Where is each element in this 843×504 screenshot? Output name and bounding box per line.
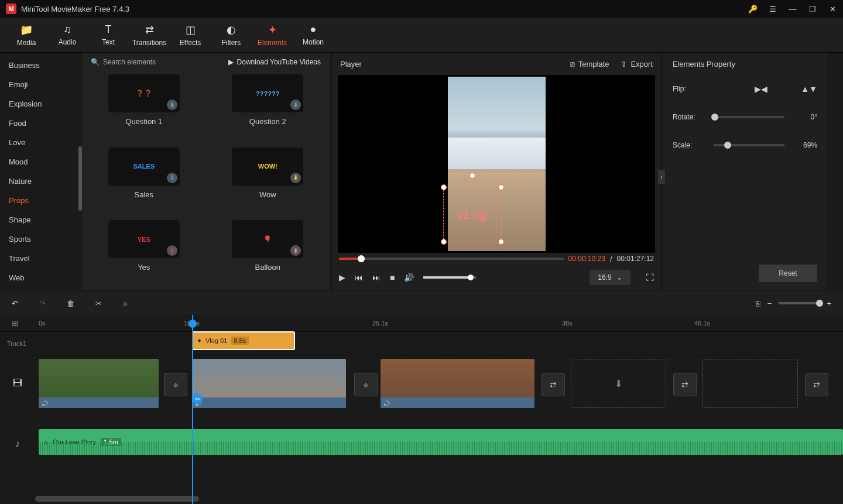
element-balloon[interactable]: 🎈⬇Balloon (218, 220, 318, 287)
crop-button[interactable]: ⟐ (123, 299, 128, 308)
cat-nature[interactable]: Nature (0, 172, 82, 191)
tab-media[interactable]: 📁Media (6, 18, 47, 53)
element-selection[interactable]: vLog (443, 187, 502, 242)
download-icon[interactable]: ⬇ (167, 173, 177, 183)
zoom-slider[interactable] (779, 302, 820, 304)
prev-button[interactable]: ⏮ (355, 273, 363, 282)
panel-expander[interactable]: › (658, 170, 665, 184)
cat-web[interactable]: Web (0, 268, 82, 287)
cut-button[interactable]: ✂ (95, 299, 102, 308)
time-total: 00:01:27:12 (617, 255, 654, 263)
tab-effects[interactable]: ◫Effects (170, 18, 211, 53)
close-icon[interactable]: ✕ (828, 4, 837, 13)
download-icon[interactable]: ⬇ (290, 173, 301, 183)
timeline-scrollbar[interactable] (35, 496, 199, 502)
cut-marker[interactable]: ✂ (192, 393, 203, 404)
clip-placeholder[interactable] (702, 359, 798, 408)
fullscreen-button[interactable]: ⛶ (646, 273, 654, 282)
cat-business[interactable]: Business (0, 56, 82, 75)
element-sales[interactable]: SALES⬇Sales (94, 148, 194, 215)
element-clip[interactable]: ✦ Vlog 01 8.8s (192, 331, 295, 350)
cat-food[interactable]: Food (0, 114, 82, 133)
cat-shape[interactable]: Shape (0, 210, 82, 229)
flip-horizontal-button[interactable]: ▶◀ (753, 82, 769, 96)
clip-placeholder[interactable]: ⬇ (571, 359, 666, 408)
resize-handle[interactable] (498, 239, 504, 245)
timeline: ⊞ 0s10.9s25.1s38s46.1s Track1 ✦ Vlog 01 … (0, 315, 843, 504)
resize-handle[interactable] (441, 239, 447, 245)
ruler-tick: 46.1s (694, 320, 710, 327)
transition-2[interactable]: ⟐ (354, 373, 378, 396)
add-media-button[interactable]: ⊞ (12, 318, 19, 328)
flip-vertical-button[interactable]: ▲▼ (801, 82, 817, 96)
progress-bar[interactable] (339, 258, 564, 260)
cat-love[interactable]: Love (0, 133, 82, 152)
play-button[interactable]: ▶ (339, 273, 345, 282)
transition-1[interactable]: ⟐ (164, 373, 187, 396)
export-button[interactable]: ⇪Export (621, 60, 653, 68)
playhead[interactable] (192, 315, 193, 504)
cat-explosion[interactable]: Explosion (0, 94, 82, 114)
audio-clip[interactable]: ♫ Our Love Story 1.5m (39, 429, 843, 455)
zoom-out-button[interactable]: − (767, 299, 772, 308)
cat-travel[interactable]: Travel (0, 249, 82, 268)
video-clip-3[interactable]: 🔊 (381, 359, 534, 408)
tab-audio[interactable]: ♫Audio (47, 18, 88, 53)
scale-slider[interactable] (714, 144, 784, 146)
tab-text[interactable]: TText (88, 18, 129, 53)
tab-elements[interactable]: ✦Elements (252, 18, 293, 53)
track1-label: Track1 (0, 340, 35, 347)
resize-handle[interactable] (441, 184, 447, 190)
transition-5[interactable]: ⇄ (805, 373, 828, 396)
maximize-icon[interactable]: ❐ (808, 4, 817, 13)
stop-button[interactable]: ■ (390, 273, 395, 282)
resize-handle[interactable] (498, 184, 504, 190)
category-scrollbar[interactable] (78, 146, 82, 211)
cat-sports[interactable]: Sports (0, 229, 82, 249)
tab-transitions[interactable]: ⇄Transitions (129, 18, 170, 53)
element-wow[interactable]: WOW!⬇Wow (218, 148, 318, 215)
element-question-1[interactable]: ❓❓⬇Question 1 (94, 74, 194, 142)
minimize-icon[interactable]: — (788, 4, 797, 13)
rotate-handle[interactable] (470, 173, 475, 179)
menu-icon[interactable]: ☰ (768, 4, 777, 13)
element-question-2[interactable]: ??????⬇Question 2 (218, 74, 318, 142)
time-ruler[interactable]: ⊞ 0s10.9s25.1s38s46.1s (0, 315, 843, 331)
volume-slider[interactable] (423, 276, 476, 279)
download-icon[interactable]: ⬇ (290, 245, 301, 256)
undo-button[interactable]: ↶ (12, 299, 18, 308)
video-clip-2[interactable]: 🔊 (192, 359, 346, 408)
volume-icon[interactable]: 🔊 (404, 273, 414, 282)
volume-icon: 🔊 (383, 400, 390, 407)
next-button[interactable]: ⏭ (372, 273, 381, 282)
tab-filters[interactable]: ◐Filters (211, 18, 252, 53)
tab-motion[interactable]: ●Motion (293, 18, 334, 53)
element-yes[interactable]: YES⬇Yes (94, 220, 194, 287)
video-clip-1[interactable]: 🔊 (39, 359, 159, 408)
rotate-slider[interactable] (714, 116, 784, 118)
search-input[interactable]: 🔍Search elements (91, 58, 156, 66)
template-icon: ⎚ (570, 60, 575, 68)
main-toolbar: 📁Media ♫Audio TText ⇄Transitions ◫Effect… (0, 18, 843, 53)
download-icon[interactable]: ⬇ (290, 100, 301, 110)
aspect-select[interactable]: 16:9⌄ (590, 270, 630, 285)
delete-button[interactable]: 🗑 (67, 299, 74, 308)
player-panel: Player ⎚Template ⇪Export vLog (333, 53, 660, 290)
redo-button[interactable]: ↷ (39, 299, 46, 308)
category-list: Business Emoji Explosion Food Love Mood … (0, 53, 82, 290)
template-button[interactable]: ⎚Template (570, 60, 609, 68)
reset-button[interactable]: Reset (759, 265, 817, 282)
transition-3[interactable]: ⇄ (542, 373, 565, 396)
app-icon: M (6, 4, 16, 14)
cat-emoji[interactable]: Emoji (0, 75, 82, 94)
zoom-in-button[interactable]: + (827, 299, 831, 308)
download-youtube-link[interactable]: ▶Download YouTube Videos (228, 58, 321, 66)
fit-button[interactable]: ⎘ (756, 299, 760, 308)
download-icon[interactable]: ⬇ (167, 245, 177, 256)
cat-props[interactable]: Props (0, 191, 82, 210)
key-icon[interactable]: 🔑 (748, 4, 758, 13)
transition-4[interactable]: ⇄ (673, 373, 697, 396)
cat-mood[interactable]: Mood (0, 152, 82, 172)
video-viewport[interactable]: vLog (338, 75, 655, 253)
download-icon[interactable]: ⬇ (167, 100, 177, 110)
